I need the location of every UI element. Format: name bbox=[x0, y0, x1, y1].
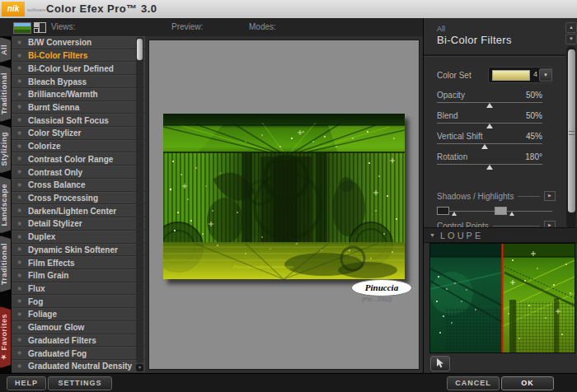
filter-label: Bi-Color User Defined bbox=[28, 64, 114, 73]
slider-handle[interactable] bbox=[486, 103, 493, 108]
star-icon[interactable]: ★ bbox=[16, 91, 24, 98]
loupe-pin-button[interactable] bbox=[430, 356, 450, 371]
star-icon[interactable]: ★ bbox=[16, 53, 24, 59]
filter-item[interactable]: ★ Bi-Color Filters bbox=[12, 49, 145, 63]
filter-item[interactable]: ★ Duplex bbox=[12, 231, 145, 244]
preview-image: Pinuccia-creations webdesign bbox=[163, 114, 405, 279]
star-icon[interactable]: ★ bbox=[16, 246, 24, 253]
star-icon[interactable]: ★ bbox=[16, 273, 24, 279]
shadow-swatch[interactable] bbox=[437, 207, 449, 215]
star-icon[interactable]: ★ bbox=[16, 156, 24, 162]
filter-item[interactable]: ★ B/W Conversion bbox=[12, 36, 145, 49]
tab-label: Stylizing bbox=[0, 132, 8, 166]
star-icon[interactable]: ★ bbox=[16, 169, 24, 175]
category-tab[interactable]: ★ Stylizing bbox=[0, 124, 11, 174]
filter-item[interactable]: ★ Classical Soft Focus bbox=[12, 114, 145, 127]
star-icon[interactable]: ★ bbox=[16, 78, 24, 85]
loupe-split-line bbox=[501, 244, 503, 352]
scrollbar-thumb[interactable] bbox=[568, 49, 575, 212]
panel-scrollbar[interactable] bbox=[566, 46, 576, 228]
help-button[interactable]: HELP bbox=[7, 376, 46, 390]
filter-item[interactable]: ★ Film Grain bbox=[12, 269, 145, 282]
scroll-down-button[interactable]: ▼ bbox=[136, 364, 143, 371]
star-icon[interactable]: ★ bbox=[16, 324, 24, 331]
star-icon[interactable]: ★ bbox=[16, 234, 24, 240]
tab-label: Favorites bbox=[0, 314, 8, 351]
panel-scroll-up-button[interactable]: ▲ bbox=[565, 22, 577, 33]
filter-item[interactable]: ★ Graduated Neutral Density bbox=[12, 360, 145, 373]
star-icon[interactable]: ★ bbox=[16, 363, 24, 370]
filter-item[interactable]: ★ Fog bbox=[12, 295, 145, 308]
star-icon[interactable]: ★ bbox=[16, 221, 24, 227]
divider bbox=[493, 226, 540, 226]
filter-item[interactable]: ★ Cross Balance bbox=[12, 179, 145, 192]
layout-icon[interactable] bbox=[34, 21, 45, 33]
filter-item[interactable]: ★ Cross Processing bbox=[12, 192, 145, 205]
filter-item[interactable]: ★ Flux bbox=[12, 282, 145, 296]
filter-item[interactable]: ★ Graduated Fog bbox=[12, 347, 145, 360]
filter-item[interactable]: ★ Glamour Glow bbox=[12, 321, 145, 334]
filter-item[interactable]: ★ Graduated Filters bbox=[12, 334, 145, 348]
filter-item[interactable]: ★ Bleach Bypass bbox=[12, 75, 145, 88]
star-icon[interactable]: ★ bbox=[16, 117, 24, 124]
highlight-swatch[interactable] bbox=[495, 207, 507, 215]
star-icon[interactable]: ★ bbox=[16, 350, 24, 357]
slider-track[interactable] bbox=[437, 123, 542, 124]
star-icon[interactable]: ★ bbox=[16, 130, 24, 137]
slider-track[interactable] bbox=[437, 143, 542, 144]
star-icon[interactable]: ★ bbox=[16, 65, 24, 72]
cancel-button[interactable]: CANCEL bbox=[447, 376, 500, 390]
filter-item[interactable]: ★ Contrast Only bbox=[12, 166, 145, 179]
slider-label: Opacity bbox=[437, 91, 465, 100]
star-icon[interactable]: ★ bbox=[16, 298, 24, 305]
slider-track[interactable] bbox=[437, 164, 542, 165]
filter-item[interactable]: ★ Color Stylizer bbox=[12, 127, 145, 140]
star-icon[interactable]: ★ bbox=[16, 208, 24, 214]
slider-handle[interactable] bbox=[486, 165, 493, 170]
filter-item[interactable]: ★ Detail Stylizer bbox=[12, 217, 145, 231]
star-icon[interactable]: ★ bbox=[16, 259, 24, 266]
filter-item[interactable]: ★ Foliage bbox=[12, 308, 145, 321]
star-icon[interactable]: ★ bbox=[16, 143, 24, 150]
image-thumbnail-icon[interactable] bbox=[13, 22, 31, 34]
filter-list-scrollbar[interactable] bbox=[136, 37, 143, 363]
highlight-slider-handle[interactable] bbox=[509, 212, 514, 216]
color-set-dropdown-button[interactable]: ▼ bbox=[539, 68, 552, 82]
star-icon[interactable]: ★ bbox=[16, 182, 24, 189]
star-icon[interactable]: ★ bbox=[16, 194, 24, 201]
filter-item[interactable]: ★ Burnt Sienna bbox=[12, 101, 145, 114]
category-tab[interactable]: ★ Landscape bbox=[0, 176, 11, 234]
slider-handle[interactable] bbox=[486, 124, 493, 128]
star-icon[interactable]: ★ bbox=[16, 311, 24, 318]
collapse-icon[interactable]: ▼ bbox=[429, 232, 435, 238]
loupe-header[interactable]: ▼ LOUPE bbox=[424, 227, 577, 243]
filter-item[interactable]: ★ Dynamic Skin Softener bbox=[12, 244, 145, 257]
ok-button[interactable]: OK bbox=[501, 376, 554, 390]
star-icon[interactable]: ★ bbox=[16, 40, 24, 46]
star-icon[interactable]: ★ bbox=[16, 104, 24, 110]
panel-scroll-down-button[interactable]: ▼ bbox=[565, 34, 577, 44]
slider-track[interactable] bbox=[437, 102, 542, 103]
filter-item[interactable]: ★ Film Effects bbox=[12, 256, 145, 269]
category-tab[interactable]: ★ Traditional bbox=[0, 65, 11, 122]
shadow-slider-handle[interactable] bbox=[452, 212, 457, 216]
filter-item[interactable]: ★ Brilliance/Warmth bbox=[12, 88, 145, 101]
filter-item[interactable]: ★ Contrast Color Range bbox=[12, 152, 145, 166]
category-tab[interactable]: ★ Traditional bbox=[0, 236, 11, 292]
expand-icon[interactable]: ▶ bbox=[544, 191, 556, 201]
color-set-control[interactable]: 4 ▼ bbox=[488, 67, 552, 83]
star-icon[interactable]: ★ bbox=[16, 337, 24, 343]
filter-item[interactable]: ★ Darken/Lighten Center bbox=[12, 204, 145, 217]
shadows-highlights-section[interactable]: Shadows / Highlights ▶ bbox=[424, 189, 565, 203]
scrollbar-thumb[interactable] bbox=[137, 39, 143, 60]
settings-button[interactable]: SETTINGS bbox=[48, 376, 112, 390]
filter-item[interactable]: ★ Bi-Color User Defined bbox=[12, 62, 145, 75]
color-set-swatch[interactable] bbox=[492, 70, 530, 81]
color-efex-pro-window: nik software Color Efex Pro™ 3.0 Views: … bbox=[0, 0, 577, 392]
filter-item[interactable]: ★ Colorize bbox=[12, 140, 145, 153]
star-icon[interactable]: ★ bbox=[16, 286, 24, 292]
slider-handle[interactable] bbox=[481, 144, 488, 149]
filter-label: Cross Processing bbox=[28, 194, 98, 203]
category-tab[interactable]: ★ Favorites bbox=[0, 306, 11, 368]
category-tab[interactable]: ★ All bbox=[0, 37, 11, 63]
